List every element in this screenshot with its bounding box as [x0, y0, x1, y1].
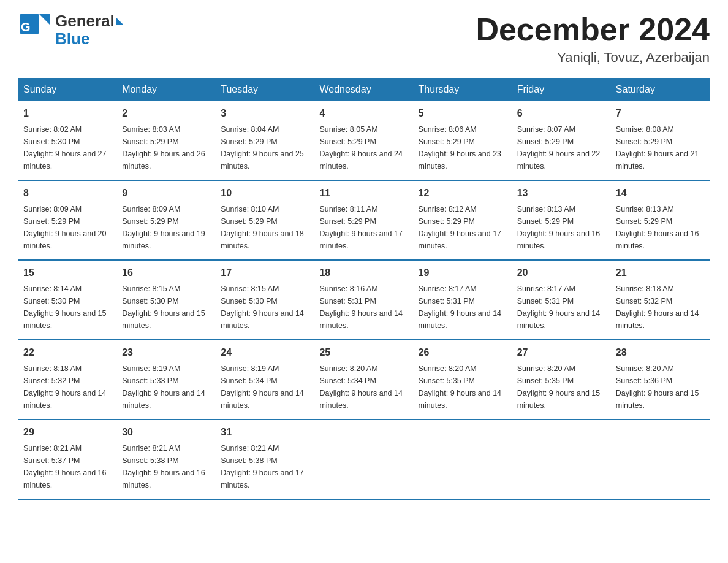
calendar-cell: 11Sunrise: 8:11 AMSunset: 5:29 PMDayligh… [314, 180, 413, 260]
day-info: Sunrise: 8:06 AMSunset: 5:29 PMDaylight:… [419, 123, 507, 172]
calendar-week-row-4: 22Sunrise: 8:18 AMSunset: 5:32 PMDayligh… [18, 340, 710, 419]
day-number: 12 [419, 186, 507, 201]
day-info: Sunrise: 8:21 AMSunset: 5:38 PMDaylight:… [221, 442, 309, 491]
weekday-header-wednesday: Wednesday [314, 78, 413, 101]
day-number: 8 [23, 186, 112, 201]
day-number: 2 [122, 106, 211, 121]
calendar-cell: 8Sunrise: 8:09 AMSunset: 5:29 PMDaylight… [18, 180, 117, 260]
day-number: 20 [517, 266, 606, 280]
day-info: Sunrise: 8:19 AMSunset: 5:33 PMDaylight:… [122, 362, 211, 412]
day-number: 9 [122, 186, 211, 201]
calendar-cell [414, 419, 512, 499]
calendar-cell: 1Sunrise: 8:02 AMSunset: 5:30 PMDaylight… [18, 101, 117, 180]
day-number: 24 [221, 345, 309, 360]
calendar-cell: 9Sunrise: 8:09 AMSunset: 5:29 PMDaylight… [117, 180, 216, 260]
calendar-cell: 25Sunrise: 8:20 AMSunset: 5:34 PMDayligh… [314, 340, 413, 419]
calendar-cell: 28Sunrise: 8:20 AMSunset: 5:36 PMDayligh… [611, 340, 710, 419]
day-info: Sunrise: 8:09 AMSunset: 5:29 PMDaylight:… [122, 203, 211, 252]
calendar-cell: 12Sunrise: 8:12 AMSunset: 5:29 PMDayligh… [414, 180, 512, 260]
calendar-cell: 18Sunrise: 8:16 AMSunset: 5:31 PMDayligh… [314, 260, 413, 340]
calendar-cell: 30Sunrise: 8:21 AMSunset: 5:38 PMDayligh… [117, 419, 216, 499]
day-info: Sunrise: 8:18 AMSunset: 5:32 PMDaylight:… [616, 283, 705, 332]
day-number: 27 [517, 345, 606, 360]
weekday-header-monday: Monday [117, 78, 216, 101]
calendar-cell: 26Sunrise: 8:20 AMSunset: 5:35 PMDayligh… [414, 340, 512, 419]
calendar-week-row-3: 15Sunrise: 8:14 AMSunset: 5:30 PMDayligh… [18, 260, 710, 340]
day-number: 5 [419, 106, 507, 121]
calendar-cell: 19Sunrise: 8:17 AMSunset: 5:31 PMDayligh… [414, 260, 512, 340]
day-info: Sunrise: 8:13 AMSunset: 5:29 PMDaylight:… [517, 203, 606, 252]
day-number: 25 [319, 345, 408, 360]
day-info: Sunrise: 8:07 AMSunset: 5:29 PMDaylight:… [517, 123, 606, 172]
day-number: 11 [319, 186, 408, 201]
day-info: Sunrise: 8:04 AMSunset: 5:29 PMDaylight:… [221, 123, 309, 172]
day-info: Sunrise: 8:16 AMSunset: 5:31 PMDaylight:… [319, 283, 408, 332]
calendar-cell: 6Sunrise: 8:07 AMSunset: 5:29 PMDaylight… [512, 101, 611, 180]
svg-marker-1 [39, 14, 50, 25]
calendar-week-row-2: 8Sunrise: 8:09 AMSunset: 5:29 PMDaylight… [18, 180, 710, 260]
calendar-cell: 29Sunrise: 8:21 AMSunset: 5:37 PMDayligh… [18, 419, 117, 499]
calendar-cell: 20Sunrise: 8:17 AMSunset: 5:31 PMDayligh… [512, 260, 611, 340]
day-number: 23 [122, 345, 211, 360]
calendar-cell: 27Sunrise: 8:20 AMSunset: 5:35 PMDayligh… [512, 340, 611, 419]
calendar-week-row-1: 1Sunrise: 8:02 AMSunset: 5:30 PMDaylight… [18, 101, 710, 180]
day-info: Sunrise: 8:20 AMSunset: 5:35 PMDaylight:… [419, 362, 507, 412]
day-number: 28 [616, 345, 705, 360]
logo-text: General Blue [55, 12, 124, 47]
day-number: 13 [517, 186, 606, 201]
calendar-cell: 31Sunrise: 8:21 AMSunset: 5:38 PMDayligh… [216, 419, 314, 499]
calendar-cell: 16Sunrise: 8:15 AMSunset: 5:30 PMDayligh… [117, 260, 216, 340]
day-number: 21 [616, 266, 705, 280]
weekday-header-friday: Friday [512, 78, 611, 101]
location-subtitle: Yaniqli, Tovuz, Azerbaijan [476, 50, 710, 66]
day-info: Sunrise: 8:17 AMSunset: 5:31 PMDaylight:… [419, 283, 507, 332]
calendar-cell: 17Sunrise: 8:15 AMSunset: 5:30 PMDayligh… [216, 260, 314, 340]
day-number: 30 [122, 425, 211, 440]
day-info: Sunrise: 8:03 AMSunset: 5:29 PMDaylight:… [122, 123, 211, 172]
calendar-cell: 15Sunrise: 8:14 AMSunset: 5:30 PMDayligh… [18, 260, 117, 340]
month-title: December 2024 [476, 12, 710, 47]
calendar-cell: 2Sunrise: 8:03 AMSunset: 5:29 PMDaylight… [117, 101, 216, 180]
calendar-cell: 24Sunrise: 8:19 AMSunset: 5:34 PMDayligh… [216, 340, 314, 419]
day-info: Sunrise: 8:18 AMSunset: 5:32 PMDaylight:… [23, 362, 112, 412]
day-info: Sunrise: 8:15 AMSunset: 5:30 PMDaylight:… [221, 283, 309, 332]
calendar-cell: 7Sunrise: 8:08 AMSunset: 5:29 PMDaylight… [611, 101, 710, 180]
weekday-header-saturday: Saturday [611, 78, 710, 101]
title-section: December 2024 Yaniqli, Tovuz, Azerbaijan [476, 12, 710, 66]
weekday-header-thursday: Thursday [414, 78, 512, 101]
calendar-cell: 10Sunrise: 8:10 AMSunset: 5:29 PMDayligh… [216, 180, 314, 260]
page-header: G General Blue December 2024 Yaniqli, To… [18, 12, 710, 66]
weekday-header-sunday: Sunday [18, 78, 117, 101]
calendar-cell: 3Sunrise: 8:04 AMSunset: 5:29 PMDaylight… [216, 101, 314, 180]
day-info: Sunrise: 8:21 AMSunset: 5:37 PMDaylight:… [23, 442, 112, 491]
day-number: 18 [319, 266, 408, 280]
day-info: Sunrise: 8:20 AMSunset: 5:34 PMDaylight:… [319, 362, 408, 412]
logo-mark: G [18, 13, 50, 47]
calendar-cell [512, 419, 611, 499]
day-number: 22 [23, 345, 112, 360]
day-info: Sunrise: 8:21 AMSunset: 5:38 PMDaylight:… [122, 442, 211, 491]
calendar-cell: 14Sunrise: 8:13 AMSunset: 5:29 PMDayligh… [611, 180, 710, 260]
day-number: 6 [517, 106, 606, 121]
day-info: Sunrise: 8:11 AMSunset: 5:29 PMDaylight:… [319, 203, 408, 252]
day-info: Sunrise: 8:10 AMSunset: 5:29 PMDaylight:… [221, 203, 309, 252]
calendar-cell: 13Sunrise: 8:13 AMSunset: 5:29 PMDayligh… [512, 180, 611, 260]
day-number: 4 [319, 106, 408, 121]
day-info: Sunrise: 8:15 AMSunset: 5:30 PMDaylight:… [122, 283, 211, 332]
calendar-cell: 5Sunrise: 8:06 AMSunset: 5:29 PMDaylight… [414, 101, 512, 180]
day-info: Sunrise: 8:20 AMSunset: 5:35 PMDaylight:… [517, 362, 606, 412]
day-info: Sunrise: 8:09 AMSunset: 5:29 PMDaylight:… [23, 203, 112, 252]
day-number: 29 [23, 425, 112, 440]
day-info: Sunrise: 8:08 AMSunset: 5:29 PMDaylight:… [616, 123, 705, 172]
calendar-cell: 23Sunrise: 8:19 AMSunset: 5:33 PMDayligh… [117, 340, 216, 419]
calendar-cell [314, 419, 413, 499]
day-info: Sunrise: 8:13 AMSunset: 5:29 PMDaylight:… [616, 203, 705, 252]
day-info: Sunrise: 8:14 AMSunset: 5:30 PMDaylight:… [23, 283, 112, 332]
day-number: 19 [419, 266, 507, 280]
day-number: 26 [419, 345, 507, 360]
day-number: 31 [221, 425, 309, 440]
day-number: 3 [221, 106, 309, 121]
svg-text:G: G [21, 20, 31, 34]
calendar-table: SundayMondayTuesdayWednesdayThursdayFrid… [18, 78, 710, 500]
day-number: 17 [221, 266, 309, 280]
